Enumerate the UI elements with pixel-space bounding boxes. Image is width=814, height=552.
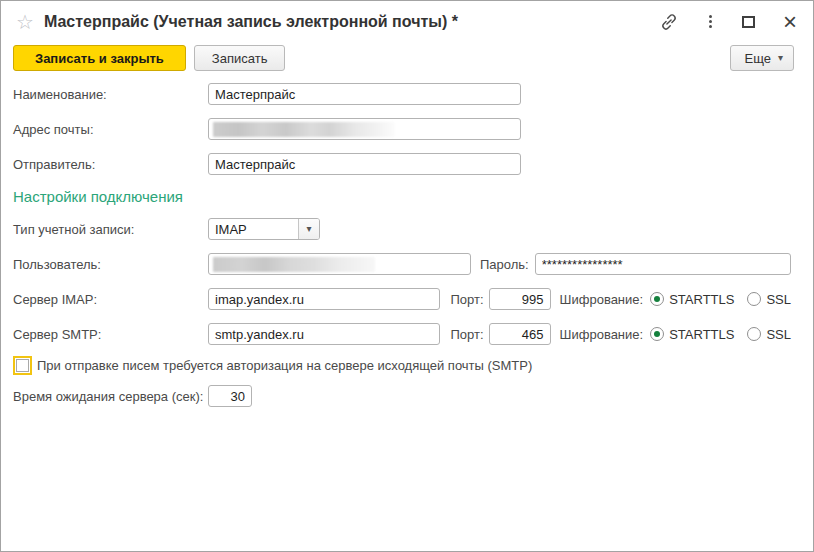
name-label: Наименование: bbox=[13, 87, 208, 102]
imap-server-label: Сервер IMAP: bbox=[13, 292, 208, 307]
imap-starttls-label[interactable]: STARTTLS bbox=[669, 292, 734, 307]
smtp-encryption-label: Шифрование: bbox=[560, 327, 644, 342]
redacted-email-value bbox=[213, 122, 395, 137]
chevron-down-icon: ▾ bbox=[778, 53, 783, 63]
account-type-value: IMAP bbox=[209, 219, 298, 239]
email-label: Адрес почты: bbox=[13, 122, 208, 137]
smtp-starttls-label[interactable]: STARTTLS bbox=[669, 327, 734, 342]
command-bar: Записать и закрыть Записать Еще ▾ bbox=[1, 42, 813, 73]
titlebar: ☆ Мастерпрайс (Учетная запись электронно… bbox=[1, 1, 813, 42]
save-and-close-button[interactable]: Записать и закрыть bbox=[13, 45, 186, 71]
timeout-label: Время ожидания сервера (сек): bbox=[13, 389, 208, 404]
account-type-select[interactable]: IMAP ▾ bbox=[208, 218, 320, 240]
imap-encryption-label: Шифрование: bbox=[560, 292, 644, 307]
more-actions-button[interactable]: Еще ▾ bbox=[730, 45, 794, 71]
smtp-auth-row: При отправке писем требуется авторизация… bbox=[13, 356, 791, 375]
imap-ssl-label[interactable]: SSL bbox=[766, 292, 791, 307]
link-icon[interactable] bbox=[659, 12, 679, 32]
smtp-port-label: Порт: bbox=[450, 327, 483, 342]
user-label: Пользователь: bbox=[13, 257, 208, 272]
chevron-down-icon: ▾ bbox=[306, 224, 311, 234]
timeout-row: Время ожидания сервера (сек): bbox=[13, 385, 791, 407]
imap-starttls-radio[interactable] bbox=[650, 292, 664, 306]
smtp-starttls-radio[interactable] bbox=[650, 327, 664, 341]
smtp-server-input[interactable] bbox=[208, 323, 440, 345]
smtp-ssl-label[interactable]: SSL bbox=[766, 327, 791, 342]
more-menu-icon[interactable] bbox=[707, 13, 714, 30]
smtp-server-row: Сервер SMTP: Порт: Шифрование: STARTTLS … bbox=[13, 323, 791, 345]
sender-row: Отправитель: bbox=[13, 153, 791, 175]
name-input[interactable] bbox=[208, 83, 521, 105]
window-controls: × bbox=[659, 12, 797, 32]
imap-port-input[interactable] bbox=[489, 288, 551, 310]
name-row: Наименование: bbox=[13, 83, 791, 105]
maximize-icon[interactable] bbox=[742, 16, 755, 28]
smtp-auth-checkbox[interactable] bbox=[13, 356, 32, 375]
email-account-window: ☆ Мастерпрайс (Учетная запись электронно… bbox=[0, 0, 814, 552]
favorite-star-icon[interactable]: ☆ bbox=[16, 12, 34, 32]
user-input[interactable] bbox=[208, 253, 471, 275]
account-form: Наименование: Адрес почты: Отправитель: … bbox=[1, 73, 813, 407]
connection-settings-header: Настройки подключения bbox=[13, 188, 791, 205]
smtp-server-label: Сервер SMTP: bbox=[13, 327, 208, 342]
credentials-row: Пользователь: Пароль: bbox=[13, 253, 791, 275]
imap-server-input[interactable] bbox=[208, 288, 440, 310]
redacted-user-value bbox=[213, 257, 375, 272]
password-input[interactable] bbox=[535, 253, 791, 275]
password-label: Пароль: bbox=[480, 257, 529, 272]
account-type-dropdown-button[interactable]: ▾ bbox=[298, 219, 319, 239]
imap-ssl-radio[interactable] bbox=[747, 292, 761, 306]
sender-input[interactable] bbox=[208, 153, 521, 175]
imap-server-row: Сервер IMAP: Порт: Шифрование: STARTTLS … bbox=[13, 288, 791, 310]
email-row: Адрес почты: bbox=[13, 118, 791, 140]
smtp-port-input[interactable] bbox=[489, 323, 551, 345]
imap-port-label: Порт: bbox=[450, 292, 483, 307]
account-type-row: Тип учетной записи: IMAP ▾ bbox=[13, 218, 791, 240]
smtp-ssl-radio[interactable] bbox=[747, 327, 761, 341]
smtp-auth-label[interactable]: При отправке писем требуется авторизация… bbox=[37, 358, 532, 373]
timeout-input[interactable] bbox=[208, 385, 252, 407]
account-type-label: Тип учетной записи: bbox=[13, 222, 208, 237]
save-button[interactable]: Записать bbox=[194, 45, 286, 71]
sender-label: Отправитель: bbox=[13, 157, 208, 172]
close-icon[interactable]: × bbox=[783, 12, 797, 31]
more-actions-label: Еще bbox=[745, 51, 771, 66]
email-input[interactable] bbox=[208, 118, 521, 140]
window-title: Мастерпрайс (Учетная запись электронной … bbox=[44, 13, 458, 31]
